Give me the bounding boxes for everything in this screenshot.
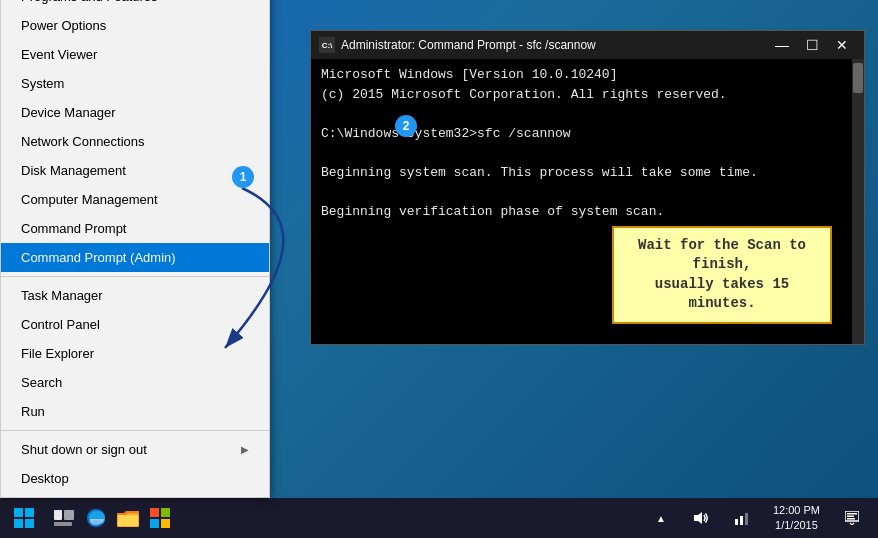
edge-browser-button[interactable] — [80, 498, 112, 538]
action-center-button[interactable] — [836, 498, 868, 538]
cmd-line-8: Beginning verification phase of system s… — [321, 202, 842, 222]
svg-rect-11 — [735, 519, 738, 525]
cmd-titlebar: C:\ Administrator: Command Prompt - sfc … — [311, 31, 864, 59]
cmd-restore-button[interactable]: ☐ — [798, 35, 826, 55]
cmd-icon: C:\ — [319, 37, 335, 53]
annotation-line1: Wait for the Scan to finish, — [638, 237, 806, 273]
taskbar-clock[interactable]: 12:00 PM 1/1/2015 — [765, 503, 828, 534]
svg-rect-2 — [64, 510, 74, 520]
cmd-line-2: (c) 2015 Microsoft Corporation. All righ… — [321, 85, 842, 105]
cmd-close-button[interactable]: ✕ — [828, 35, 856, 55]
annotation-wait-box: Wait for the Scan to finish, usually tak… — [612, 226, 832, 324]
context-menu: Programs and Features Power Options Even… — [0, 0, 270, 498]
task-view-button[interactable] — [48, 498, 80, 538]
svg-rect-8 — [150, 519, 159, 528]
network-icon[interactable] — [725, 498, 757, 538]
menu-item-task-manager[interactable]: Task Manager — [1, 281, 269, 310]
menu-item-programs-features[interactable]: Programs and Features — [1, 0, 269, 11]
scrollbar-track — [852, 59, 864, 344]
taskbar-right: ▲ 12:00 PM 1/1/2015 — [645, 498, 878, 538]
menu-item-file-explorer[interactable]: File Explorer — [1, 339, 269, 368]
step-badge-1: 1 — [232, 166, 254, 188]
scrollbar-thumb[interactable] — [853, 63, 863, 93]
svg-rect-1 — [54, 510, 62, 520]
cmd-line-1: Microsoft Windows [Version 10.0.10240] — [321, 65, 842, 85]
taskbar-items — [48, 498, 645, 538]
menu-separator-1 — [1, 276, 269, 277]
menu-item-event-viewer[interactable]: Event Viewer — [1, 40, 269, 69]
menu-item-command-prompt[interactable]: Command Prompt — [1, 214, 269, 243]
svg-rect-12 — [740, 516, 743, 525]
cmd-controls: — ☐ ✕ — [768, 35, 856, 55]
svg-rect-5 — [118, 515, 138, 526]
cmd-line-7 — [321, 182, 842, 202]
svg-rect-7 — [161, 508, 170, 517]
svg-marker-10 — [694, 512, 702, 524]
notification-chevron-icon[interactable]: ▲ — [645, 498, 677, 538]
menu-item-control-panel[interactable]: Control Panel — [1, 310, 269, 339]
menu-item-power-options[interactable]: Power Options — [1, 11, 269, 40]
menu-item-disk-management[interactable]: Disk Management — [1, 156, 269, 185]
svg-rect-15 — [847, 513, 857, 515]
svg-rect-16 — [847, 516, 854, 518]
menu-item-network-connections[interactable]: Network Connections — [1, 127, 269, 156]
menu-item-command-prompt-admin[interactable]: Command Prompt (Admin) — [1, 243, 269, 272]
cmd-content: Microsoft Windows [Version 10.0.10240] (… — [311, 59, 852, 344]
taskbar: ▲ 12:00 PM 1/1/2015 — [0, 498, 878, 538]
menu-item-system[interactable]: System — [1, 69, 269, 98]
cmd-minimize-button[interactable]: — — [768, 35, 796, 55]
speaker-icon[interactable] — [685, 498, 717, 538]
svg-rect-6 — [150, 508, 159, 517]
store-taskbar-button[interactable] — [144, 498, 176, 538]
menu-item-computer-management[interactable]: Computer Management — [1, 185, 269, 214]
desktop: C:\ Administrator: Command Prompt - sfc … — [0, 0, 878, 538]
file-explorer-taskbar-button[interactable] — [112, 498, 144, 538]
annotation-line2: usually takes 15 minutes. — [655, 276, 789, 312]
svg-rect-9 — [161, 519, 170, 528]
menu-item-device-manager[interactable]: Device Manager — [1, 98, 269, 127]
step-badge-2: 2 — [395, 115, 417, 137]
svg-rect-13 — [745, 513, 748, 525]
start-button[interactable] — [0, 498, 48, 538]
clock-date: 1/1/2015 — [773, 518, 820, 533]
cmd-window: C:\ Administrator: Command Prompt - sfc … — [310, 30, 865, 345]
menu-item-search[interactable]: Search — [1, 368, 269, 397]
windows-logo-icon — [14, 508, 34, 528]
cmd-line-5 — [321, 143, 842, 163]
cmd-line-6: Beginning system scan. This process will… — [321, 163, 842, 183]
menu-item-run[interactable]: Run — [1, 397, 269, 426]
cmd-title: Administrator: Command Prompt - sfc /sca… — [341, 38, 768, 52]
clock-time: 12:00 PM — [773, 503, 820, 518]
menu-item-desktop[interactable]: Desktop — [1, 464, 269, 493]
menu-item-shut-down[interactable]: Shut down or sign out ▶ — [1, 435, 269, 464]
submenu-arrow-icon: ▶ — [241, 444, 249, 455]
cmd-body: Microsoft Windows [Version 10.0.10240] (… — [311, 59, 864, 344]
svg-rect-3 — [54, 522, 72, 526]
menu-separator-2 — [1, 430, 269, 431]
cmd-scrollbar[interactable] — [852, 59, 864, 344]
svg-rect-17 — [847, 518, 855, 520]
